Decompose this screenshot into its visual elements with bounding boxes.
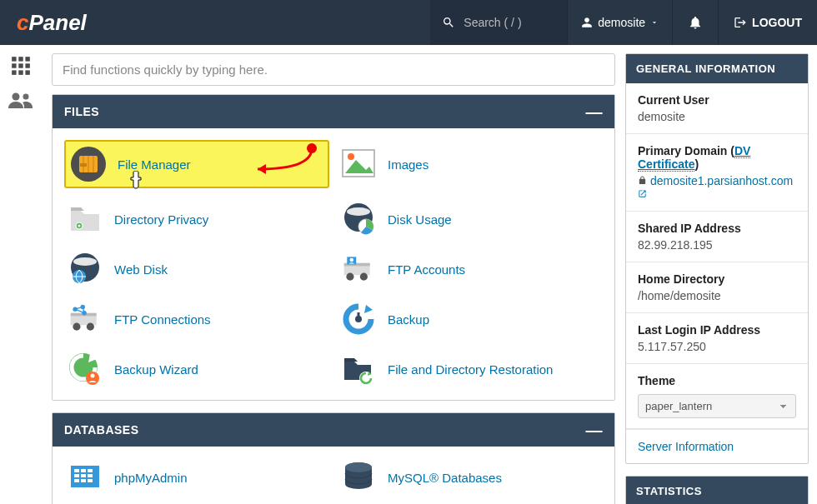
svg-rect-55 — [81, 474, 86, 477]
svg-rect-51 — [74, 469, 79, 472]
current-user-block: Current User demosite — [626, 83, 808, 134]
disk-usage-item[interactable]: Disk Usage — [338, 200, 603, 238]
header-search[interactable] — [430, 0, 567, 45]
mysql-databases-link[interactable]: MySQL® Databases — [388, 471, 502, 485]
web-disk-icon — [68, 252, 103, 287]
backup-wizard-icon — [68, 352, 103, 387]
ftp-accounts-link[interactable]: FTP Accounts — [388, 262, 465, 277]
directory-privacy-icon — [68, 202, 103, 237]
svg-rect-53 — [88, 469, 93, 472]
header: cPanel demosite LOGOUT — [0, 0, 817, 45]
ftp-connections-item[interactable]: FTP Connections — [64, 300, 329, 338]
svg-rect-54 — [74, 474, 79, 477]
svg-rect-2 — [25, 57, 29, 61]
cpanel-logo: cPanel — [0, 10, 87, 36]
file-restoration-link[interactable]: File and Directory Restoration — [388, 362, 553, 377]
phpmyadmin-icon — [68, 460, 103, 495]
svg-point-9 — [13, 93, 20, 101]
backup-wizard-item[interactable]: Backup Wizard — [64, 350, 329, 388]
file-manager-item[interactable]: File Manager — [64, 140, 329, 188]
header-search-input[interactable] — [464, 16, 555, 29]
users-icon[interactable] — [8, 90, 33, 110]
mysql-databases-item[interactable]: MySQL® Databases — [338, 458, 603, 497]
svg-rect-5 — [25, 63, 29, 67]
file-manager-icon — [71, 147, 106, 182]
grid-icon[interactable] — [10, 55, 32, 77]
images-item[interactable]: Images — [338, 140, 603, 188]
svg-point-26 — [73, 257, 97, 266]
svg-point-37 — [87, 323, 94, 331]
backup-item[interactable]: Backup — [338, 300, 603, 338]
databases-panel-title: DATABASES — [64, 423, 139, 437]
theme-select[interactable]: paper_lantern — [638, 394, 796, 418]
home-dir-block: Home Directory /home/demosite — [626, 262, 808, 313]
svg-rect-56 — [88, 474, 93, 477]
databases-panel-header[interactable]: DATABASES — — [53, 413, 614, 447]
svg-rect-34 — [71, 315, 97, 326]
svg-rect-6 — [12, 70, 16, 74]
logout-button[interactable]: LOGOUT — [719, 0, 817, 45]
main-content: FILES — File Manager — [42, 45, 625, 504]
shared-ip-block: Shared IP Address 82.99.218.195 — [626, 212, 808, 262]
files-panel-title: FILES — [64, 105, 99, 118]
svg-rect-28 — [344, 265, 370, 276]
svg-point-30 — [346, 273, 353, 281]
ftp-connections-icon — [68, 302, 103, 337]
svg-rect-59 — [88, 479, 93, 482]
theme-block: Theme paper_lantern — [626, 364, 808, 429]
primary-domain-link[interactable]: demosite1.parsianhost.com — [638, 174, 793, 201]
svg-rect-8 — [25, 70, 29, 74]
user-icon — [581, 17, 593, 28]
svg-point-61 — [345, 462, 372, 472]
ftp-accounts-item[interactable]: FTP Accounts — [338, 250, 603, 288]
backup-icon — [341, 302, 376, 337]
svg-rect-52 — [81, 469, 86, 472]
annotation-arrow — [191, 140, 324, 177]
cursor-icon — [128, 171, 143, 193]
user-menu-button[interactable]: demosite — [567, 0, 673, 45]
search-icon — [442, 16, 455, 29]
databases-panel: DATABASES — phpMyAdmin MySQL® Databases — [52, 412, 615, 504]
logout-icon — [734, 16, 747, 29]
file-manager-link[interactable]: File Manager — [118, 157, 191, 172]
icon-sidebar — [0, 45, 42, 504]
svg-rect-4 — [18, 63, 23, 67]
images-icon — [341, 147, 376, 182]
svg-point-19 — [348, 153, 354, 160]
file-restoration-icon — [341, 352, 376, 387]
notifications-button[interactable] — [673, 0, 719, 45]
svg-rect-57 — [74, 479, 79, 482]
images-link[interactable]: Images — [388, 157, 429, 172]
svg-point-10 — [23, 94, 29, 100]
svg-point-21 — [78, 225, 81, 227]
statistics-panel: STATISTICS — [625, 476, 809, 504]
collapse-icon[interactable]: — — [586, 103, 604, 120]
web-disk-link[interactable]: Web Disk — [114, 262, 168, 277]
phpmyadmin-link[interactable]: phpMyAdmin — [114, 471, 188, 485]
svg-rect-1 — [18, 57, 23, 61]
svg-rect-7 — [18, 70, 23, 74]
svg-point-48 — [91, 374, 95, 378]
web-disk-item[interactable]: Web Disk — [64, 250, 329, 288]
svg-point-33 — [350, 258, 354, 262]
svg-rect-0 — [12, 57, 16, 61]
files-panel-header[interactable]: FILES — — [53, 95, 614, 128]
file-restoration-item[interactable]: File and Directory Restoration — [338, 350, 603, 388]
statistics-title: STATISTICS — [626, 477, 808, 504]
collapse-icon[interactable]: — — [586, 422, 604, 438]
find-functions-input[interactable] — [52, 53, 615, 86]
lock-icon — [638, 176, 647, 185]
server-info-link[interactable]: Server Information — [626, 429, 808, 463]
directory-privacy-item[interactable]: Directory Privacy — [64, 200, 329, 238]
chevron-down-icon — [650, 18, 659, 27]
backup-wizard-link[interactable]: Backup Wizard — [114, 362, 198, 377]
ftp-connections-link[interactable]: FTP Connections — [114, 312, 211, 327]
general-info-panel: GENERAL INFORMATION Current User demosit… — [625, 53, 809, 464]
directory-privacy-link[interactable]: Directory Privacy — [114, 212, 208, 227]
disk-usage-link[interactable]: Disk Usage — [388, 212, 452, 227]
last-login-block: Last Login IP Address 5.117.57.250 — [626, 313, 808, 364]
ftp-accounts-icon — [341, 252, 376, 287]
backup-link[interactable]: Backup — [388, 312, 429, 327]
external-link-icon — [638, 189, 647, 198]
phpmyadmin-item[interactable]: phpMyAdmin — [64, 458, 329, 497]
